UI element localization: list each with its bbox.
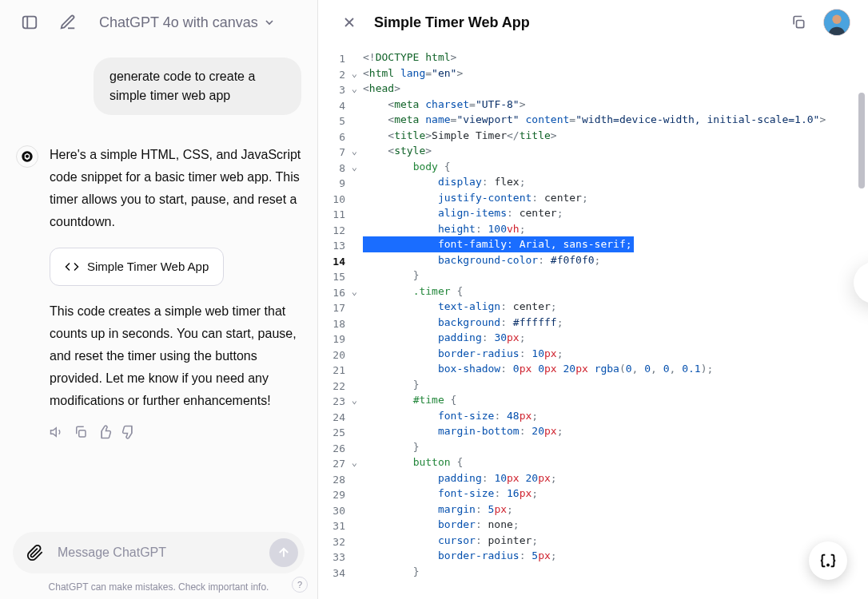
- assistant-outro: This code creates a simple web timer tha…: [50, 300, 301, 412]
- read-aloud-button[interactable]: [50, 425, 64, 439]
- line-number: 34: [318, 565, 360, 581]
- code-line[interactable]: <html lang="en">: [363, 65, 868, 81]
- line-number: 4: [318, 98, 360, 114]
- code-line[interactable]: <head>: [363, 81, 868, 97]
- copy-icon: [74, 425, 88, 439]
- code-line[interactable]: border-radius: 5px;: [363, 548, 868, 564]
- code-editor[interactable]: 1234567891011121314151617181920212223242…: [318, 45, 868, 599]
- canvas-chip[interactable]: Simple Timer Web App: [50, 248, 224, 286]
- code-line[interactable]: #time {: [363, 392, 868, 408]
- model-selector[interactable]: ChatGPT 4o with canvas: [93, 10, 282, 36]
- canvas-panel: Simple Timer Web App 1234567891011121314…: [318, 0, 868, 599]
- line-number: 27: [318, 456, 360, 472]
- close-icon: [341, 14, 357, 30]
- copy-icon: [790, 14, 806, 30]
- copy-canvas-button[interactable]: [785, 9, 812, 36]
- code-line[interactable]: <style>: [363, 143, 868, 159]
- code-line[interactable]: cursor: pointer;: [363, 533, 868, 549]
- line-number: 28: [318, 472, 360, 488]
- user-avatar[interactable]: [823, 9, 850, 36]
- line-number: 32: [318, 534, 360, 550]
- code-line[interactable]: font-family: Arial, sans-serif;: [363, 236, 868, 252]
- line-number: 6: [318, 129, 360, 145]
- code-line[interactable]: body {: [363, 159, 868, 175]
- code-line[interactable]: background-color: #f0f0f0;: [363, 252, 868, 268]
- code-line[interactable]: border: none;: [363, 517, 868, 533]
- line-number: 8: [318, 161, 360, 177]
- canvas-chip-label: Simple Timer Web App: [87, 256, 209, 277]
- line-number: 17: [318, 300, 360, 316]
- canvas-header: Simple Timer Web App: [318, 0, 868, 45]
- assistant-avatar: [16, 145, 38, 168]
- line-number: 18: [318, 316, 360, 332]
- svg-marker-2: [51, 428, 57, 437]
- composer[interactable]: [13, 532, 305, 573]
- line-number: 22: [318, 379, 360, 395]
- chat-scroll[interactable]: generate code to create a simple timer w…: [0, 45, 317, 526]
- code-line[interactable]: font-size: 48px;: [363, 408, 868, 424]
- new-chat-button[interactable]: [54, 9, 82, 36]
- chat-header: ChatGPT 4o with canvas: [0, 0, 317, 45]
- code-line[interactable]: border-radius: 10px;: [363, 346, 868, 362]
- code-line[interactable]: button {: [363, 454, 868, 470]
- thumbs-up-button[interactable]: [98, 425, 112, 439]
- code-line[interactable]: .timer {: [363, 284, 868, 300]
- sidebar-icon: [21, 14, 38, 31]
- code-line[interactable]: display: flex;: [363, 174, 868, 190]
- copy-button[interactable]: [74, 425, 88, 439]
- composer-area: [0, 526, 317, 578]
- code-line[interactable]: text-align: center;: [363, 299, 868, 315]
- model-label: ChatGPT 4o with canvas: [99, 14, 258, 31]
- composer-input[interactable]: [58, 545, 261, 560]
- code-line[interactable]: }: [363, 439, 868, 455]
- line-number: 31: [318, 518, 360, 534]
- line-number: 9: [318, 176, 360, 192]
- code-line[interactable]: <title>Simple Timer</title>: [363, 128, 868, 144]
- line-number: 19: [318, 331, 360, 347]
- code-line[interactable]: margin: 5px;: [363, 502, 868, 518]
- code-line[interactable]: margin-bottom: 20px;: [363, 423, 868, 439]
- speaker-icon: [50, 425, 64, 439]
- code-line[interactable]: <meta charset="UTF-8">: [363, 97, 868, 113]
- send-button[interactable]: [269, 538, 298, 567]
- svg-rect-0: [23, 17, 37, 29]
- line-number: 21: [318, 363, 360, 379]
- svg-rect-7: [797, 21, 804, 28]
- user-message: generate code to create a simple timer w…: [94, 58, 301, 115]
- assistant-body: Here's a simple HTML, CSS, and JavaScrip…: [50, 144, 301, 439]
- code-line[interactable]: }: [363, 377, 868, 393]
- code-line[interactable]: font-size: 16px;: [363, 486, 868, 502]
- code-line[interactable]: box-shadow: 0px 0px 20px rgba(0, 0, 0, 0…: [363, 361, 868, 377]
- line-number: 29: [318, 487, 360, 503]
- code-icon: [65, 260, 79, 274]
- code-line[interactable]: justify-content: center;: [363, 190, 868, 206]
- attach-button[interactable]: [21, 538, 50, 567]
- help-button[interactable]: ?: [292, 577, 308, 593]
- code-content[interactable]: <!DOCTYPE html><html lang="en"><head> <m…: [360, 50, 868, 599]
- code-line[interactable]: <!DOCTYPE html>: [363, 50, 868, 65]
- code-line[interactable]: }: [363, 268, 868, 284]
- arrow-up-icon: [277, 545, 291, 560]
- code-line[interactable]: }: [363, 564, 868, 580]
- code-line[interactable]: height: 100vh;: [363, 221, 868, 237]
- thumbs-down-button[interactable]: [121, 425, 136, 439]
- scrollbar-thumb[interactable]: [858, 93, 865, 188]
- line-number: 5: [318, 113, 360, 129]
- compose-icon: [59, 14, 77, 31]
- vertical-scrollbar[interactable]: [858, 93, 865, 583]
- svg-rect-3: [79, 430, 86, 437]
- line-number: 1: [318, 51, 360, 67]
- canvas-tools-fab[interactable]: [809, 541, 847, 580]
- line-number: 11: [318, 207, 360, 223]
- code-line[interactable]: <meta name="viewport" content="width=dev…: [363, 112, 868, 128]
- close-canvas-button[interactable]: [336, 9, 363, 36]
- code-line[interactable]: padding: 30px;: [363, 330, 868, 346]
- code-line[interactable]: background: #ffffff;: [363, 315, 868, 331]
- line-number: 33: [318, 549, 360, 565]
- code-line[interactable]: align-items: center;: [363, 205, 868, 221]
- code-brackets-icon: [819, 552, 837, 569]
- code-line[interactable]: padding: 10px 20px;: [363, 470, 868, 486]
- toggle-sidebar-button[interactable]: [16, 9, 43, 36]
- chat-panel: ChatGPT 4o with canvas generate code to …: [0, 0, 318, 599]
- line-number: 26: [318, 441, 360, 457]
